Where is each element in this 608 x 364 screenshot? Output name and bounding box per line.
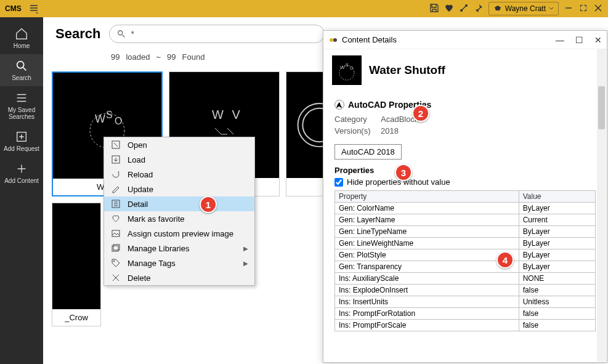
table-row[interactable]: Gen: LineTypeNameByLayer [335,226,596,238]
table-row[interactable]: Ins: InsertUnitsUnitless [335,296,596,308]
open-icon [110,140,121,150]
scrollbar[interactable] [597,49,606,362]
svg-text:O: O [350,66,354,70]
table-row[interactable]: Ins: AuxiliaryScaleNONE [335,273,596,285]
search-input[interactable]: * [109,25,325,43]
hide-empty-row[interactable]: Hide properties without value [334,177,596,187]
meta-category: Category AcadBlock [334,115,596,124]
table-row[interactable]: Ins: PromptForRotationfalse [335,308,596,320]
table-row[interactable]: Gen: TransparencyByLayer [335,261,596,273]
pin-icon[interactable] [474,3,484,15]
sidebar-label: Add Content [4,177,39,184]
app-icon [328,35,338,45]
image-icon [110,229,121,238]
chevron-right-icon: ▶ [243,245,248,252]
search-title: Search [55,26,100,42]
app-name: CMS [5,4,22,13]
svg-point-2 [17,62,24,68]
callout-4: 4 [497,251,514,269]
svg-point-19 [330,38,333,42]
sidebar-item-add-request[interactable]: Add Request [0,125,43,157]
meta-versions: Version(s) 2018 [334,126,596,135]
col-value: Value [519,191,595,203]
maximize-icon[interactable] [578,3,588,15]
svg-rect-15 [112,230,120,237]
details-name: Water Shutoff [369,63,445,77]
sidebar-label: Search [12,75,31,81]
tag-icon [110,258,121,268]
result-card[interactable]: _Crow [52,203,101,326]
sidebar-item-search[interactable]: Search [0,54,43,86]
callout-2: 2 [412,105,429,122]
minimize-icon[interactable]: — [556,35,564,45]
table-row[interactable]: Gen: ColorNameByLayer [335,203,596,214]
user-chip[interactable]: Wayne Cratt [488,2,559,15]
close-icon[interactable]: ✕ [594,35,602,45]
titlebar-right: Wayne Cratt [429,2,603,15]
save-icon[interactable] [429,3,439,15]
details-body: ⮝ AutoCAD Properties Category AcadBlock … [323,87,607,362]
search-query: * [131,29,134,39]
details-thumbnail: WSO [332,55,362,85]
table-row[interactable]: Gen: LineWeightNameByLayer [335,238,596,249]
connect-icon[interactable] [459,3,469,15]
menu-preview[interactable]: Assign custom preview image [104,226,254,241]
sidebar-label: My Saved Searches [2,107,41,120]
user-name: Wayne Cratt [505,4,546,13]
menu-favorite[interactable]: Mark as favorite [104,211,254,226]
search-icon [117,30,126,38]
heart-icon[interactable] [444,3,454,15]
sidebar-item-home[interactable]: Home [0,22,43,54]
properties-heading: Properties [334,166,596,175]
svg-text:W V: W V [212,108,243,121]
scrollbar-thumb[interactable] [598,86,605,129]
loaded-count: 99 [111,52,120,62]
update-icon [110,184,121,194]
svg-text:O: O [115,116,124,126]
maximize-icon[interactable]: ☐ [575,35,583,45]
titlebar-left: CMS [5,4,39,14]
sidebar-label: Add Request [4,145,39,152]
collapse-icon[interactable]: ⮝ [334,100,344,110]
table-row[interactable]: Gen: LayerNameCurrent [335,214,596,226]
menu-delete[interactable]: Delete [104,270,254,285]
library-icon [110,243,121,253]
menu-tags[interactable]: Manage Tags▶ [104,256,254,270]
hamburger-icon[interactable] [29,4,39,14]
titlebar: CMS Wayne Cratt [0,0,608,17]
details-window-title: Content Details [342,35,397,44]
menu-update[interactable]: Update [104,182,254,196]
load-icon [110,155,121,164]
menu-libraries[interactable]: Manage Libraries▶ [104,241,254,256]
menu-detail[interactable]: Detail [104,196,254,211]
detail-icon [110,199,121,209]
delete-icon [110,273,121,283]
version-selector[interactable]: AutoCAD 2018 [334,144,402,160]
hide-empty-checkbox[interactable] [334,178,343,187]
heart-outline-icon [110,214,121,224]
close-icon[interactable] [593,3,603,15]
sidebar-label: Home [14,42,30,49]
table-row[interactable]: Ins: PromptForScalefalse [335,320,596,331]
context-menu: Open Load Reload Update Detail Mark as f… [103,137,255,286]
sidebar: Home Search My Saved Searches Add Reques… [0,17,43,364]
menu-reload[interactable]: Reload [104,167,254,182]
menu-open[interactable]: Open [104,137,254,152]
details-panel: Content Details — ☐ ✕ WSO Water Shutoff … [323,30,607,363]
table-row[interactable]: Ins: ExplodeOnInsertfalse [335,285,596,296]
chevron-right-icon: ▶ [243,260,248,267]
svg-point-20 [333,38,337,42]
section-autocad-properties[interactable]: ⮝ AutoCAD Properties [334,100,596,110]
card-title: _Crow [52,309,100,326]
properties-table: Property Value Gen: ColorNameByLayerGen:… [334,190,596,331]
callout-3: 3 [395,164,412,181]
table-row[interactable]: Gen: PlotStyleByLayer [335,249,596,261]
sidebar-item-saved[interactable]: My Saved Searches [0,86,43,125]
card-thumbnail [52,203,100,309]
minimize-icon[interactable] [564,3,574,15]
found-label: Found [182,52,205,62]
menu-load[interactable]: Load [104,152,254,167]
svg-text:S: S [106,110,115,120]
svg-text:S: S [346,63,350,67]
sidebar-item-add-content[interactable]: Add Content [0,157,43,189]
